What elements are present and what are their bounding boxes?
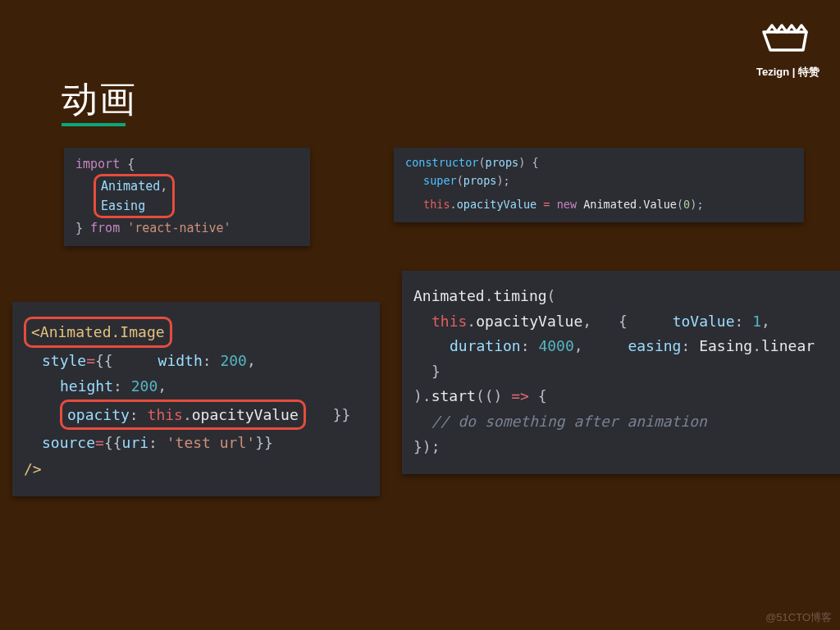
val-easing-class: Easing <box>699 337 752 354</box>
opt-duration: duration <box>450 337 521 354</box>
class-animated: Animated <box>583 198 637 211</box>
title-underline <box>62 123 126 126</box>
code-snippet-timing: Animated.timing( this.opacityValue, { to… <box>402 271 840 474</box>
kw-constructor: constructor <box>405 156 478 169</box>
method-timing: timing <box>494 287 547 304</box>
val-easing-method: linear <box>761 337 815 354</box>
val-height: 200 <box>131 377 158 395</box>
kw-import: import <box>75 157 120 171</box>
prop-height: height <box>60 377 113 395</box>
id-animated: Animated <box>101 179 160 194</box>
id-easing: Easing <box>101 199 145 213</box>
val-duration: 4000 <box>538 337 573 354</box>
code-snippet-constructor: constructor(props) { super(props); this.… <box>394 148 804 222</box>
kw-from: from <box>90 221 120 235</box>
prop-source: source <box>42 434 95 451</box>
comment-after: // do something after animation <box>431 413 707 430</box>
jsx-tag-open: <Animated.Image <box>31 323 165 340</box>
prop-opacityValue-jsx: opacityValue <box>192 406 299 423</box>
brace-close: } <box>75 221 83 235</box>
opt-easing: easing <box>628 337 681 354</box>
prop-opacityValue: opacityValue <box>457 198 537 211</box>
val-width: 200 <box>220 352 247 369</box>
method-start: start <box>431 387 476 404</box>
cart-icon <box>759 21 816 60</box>
kw-this-jsx: this <box>148 406 183 423</box>
param-props: props <box>486 156 519 169</box>
class-animated-t: Animated <box>413 287 485 304</box>
prop-uri: uri <box>122 434 149 451</box>
kw-this-t: this <box>431 313 467 330</box>
arg-props: props <box>463 174 497 187</box>
brand-text: Tezign | 特赞 <box>756 65 819 80</box>
brace: { <box>127 157 135 171</box>
kw-this: this <box>423 198 450 211</box>
code-snippet-import: import { Animated,Easing } from 'react-n… <box>64 148 310 246</box>
highlight-tag: <Animated.Image <box>24 317 172 348</box>
val-toValue: 1 <box>752 313 761 330</box>
prop-opacity: opacity <box>67 406 130 423</box>
val-uri: 'test url' <box>167 434 255 451</box>
slide-title: 动画 <box>62 75 137 124</box>
method-value: Value <box>643 198 677 211</box>
str-module: 'react-native' <box>127 221 231 235</box>
highlight-import-items: Animated,Easing <box>94 174 175 218</box>
brand-logo: Tezign | 特赞 <box>756 21 819 80</box>
kw-new: new <box>557 198 577 211</box>
prop-opacityValue-t: opacityValue <box>476 313 582 330</box>
watermark: @51CTO博客 <box>765 610 832 625</box>
kw-super: super <box>423 174 457 187</box>
opt-toValue: toValue <box>673 313 735 330</box>
prop-style: style <box>42 352 86 369</box>
highlight-opacity: opacity: this.opacityValue <box>60 399 306 431</box>
prop-width: width <box>158 352 203 369</box>
jsx-tag-close: /> <box>24 460 42 477</box>
code-snippet-jsx: <Animated.Image style={{ width: 200, hei… <box>12 302 380 496</box>
